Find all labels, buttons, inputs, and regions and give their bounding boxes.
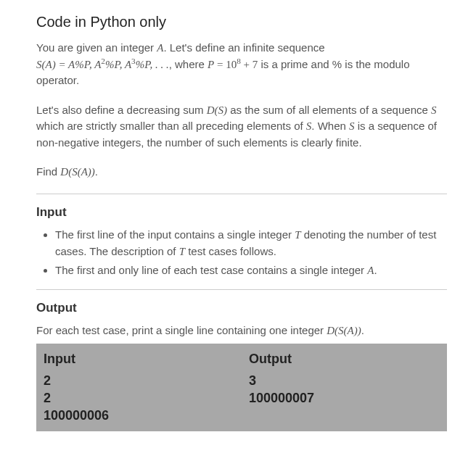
text: You are given an integer [36, 41, 157, 54]
output-paragraph: For each test case, print a single line … [36, 323, 447, 339]
text: . Let's define an infinite sequence [163, 41, 324, 54]
list-item: The first line of the input contains a s… [55, 227, 447, 260]
var-S: S [349, 120, 355, 132]
var-T: T [179, 246, 185, 257]
sample-input-column: Input 2 2 100000006 [36, 344, 242, 432]
intro-paragraph: You are given an integer A. Let's define… [36, 40, 447, 89]
sample-output-column: Output 3 100000007 [242, 344, 447, 432]
divider [36, 194, 447, 194]
seq-term: %P, A [105, 59, 131, 70]
eq: = 10 [214, 59, 237, 70]
var-P: P [208, 59, 214, 70]
text: test cases follows. [185, 245, 276, 257]
divider [36, 289, 447, 290]
seq-term: A%P, A [68, 59, 101, 70]
output-heading: Output [36, 299, 447, 317]
text: Find [36, 165, 60, 178]
definition-paragraph: Let's also define a decreasing sum D(S) … [36, 102, 447, 152]
sample-input-line: 2 [44, 372, 234, 389]
text: For each test case, print a single line … [36, 324, 327, 336]
sample-io-block: Input 2 2 100000006 Output 3 100000007 [36, 344, 447, 432]
dot: . [361, 324, 364, 336]
text: The first line of the input contains a s… [55, 228, 295, 241]
list-item: The first and only line of each test cas… [55, 262, 447, 279]
sample-output-label: Output [249, 349, 440, 369]
text: , where [169, 58, 208, 70]
sample-output-line: 100000007 [249, 389, 440, 407]
input-list: The first line of the input contains a s… [36, 227, 447, 279]
sample-input-label: Input [44, 349, 234, 369]
sample-output-line: 3 [249, 372, 440, 389]
var-DSA: D(S(A)) [327, 325, 361, 336]
text: . When [311, 120, 349, 132]
seq-lhs: S(A) = [36, 59, 68, 70]
page-title: Code in Python only [36, 11, 447, 33]
dot: . [374, 264, 377, 276]
var-T: T [295, 229, 300, 241]
find-paragraph: Find D(S(A)). [36, 164, 447, 180]
input-heading: Input [36, 203, 447, 222]
plus7: + 7 [241, 59, 258, 70]
text: which are strictly smaller than all prec… [36, 120, 306, 132]
text: as the sum of all elements of a sequence [227, 104, 431, 116]
text: Let's also define a decreasing sum [36, 104, 207, 116]
sample-input-line: 2 [44, 389, 234, 407]
var-S: S [431, 104, 437, 116]
var-DS: D(S) [207, 104, 227, 116]
text: The first and only line of each test cas… [55, 264, 367, 276]
seq-term: %P, . . . [136, 59, 169, 70]
dot: . [95, 165, 98, 178]
var-DSA: D(S(A)) [60, 166, 94, 178]
sample-input-line: 100000006 [44, 407, 234, 424]
